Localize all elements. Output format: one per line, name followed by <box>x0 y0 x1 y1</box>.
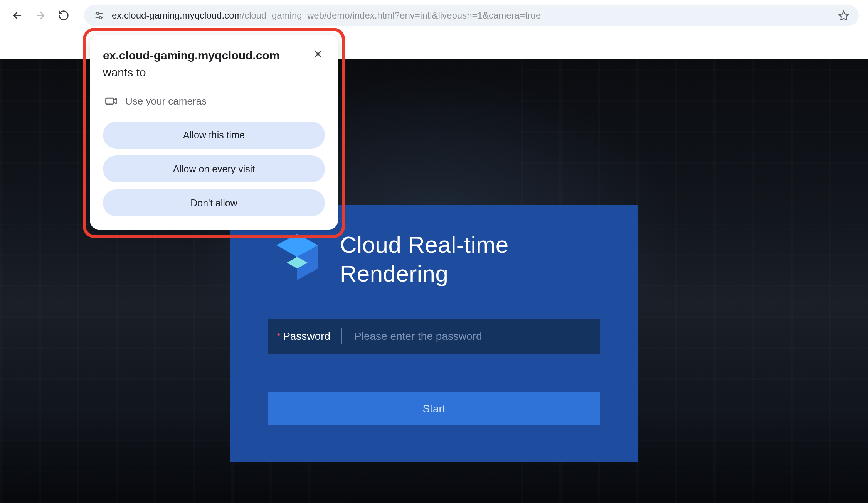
back-button[interactable] <box>9 7 25 24</box>
svg-rect-11 <box>106 98 114 104</box>
panel-title-line2: Rendering <box>340 259 509 288</box>
address-bar[interactable]: ex.cloud-gaming.myqcloud.com/cloud_gamin… <box>84 5 859 26</box>
permission-item-label: Use your cameras <box>125 95 207 107</box>
svg-marker-4 <box>839 11 849 20</box>
permission-item-camera: Use your cameras <box>103 95 325 108</box>
permission-buttons: Allow this time Allow on every visit Don… <box>103 122 325 216</box>
permission-origin: ex.cloud-gaming.myqcloud.com <box>103 49 279 62</box>
reload-button[interactable] <box>56 7 72 24</box>
svg-point-1 <box>97 12 99 14</box>
svg-point-3 <box>99 17 102 19</box>
start-button[interactable]: Start <box>268 392 600 425</box>
deny-button[interactable]: Don't allow <box>103 189 325 216</box>
password-row: * Password <box>268 319 600 354</box>
browser-toolbar: ex.cloud-gaming.myqcloud.com/cloud_gamin… <box>0 0 868 31</box>
login-panel: Cloud Real-time Rendering * Password Sta… <box>230 205 638 462</box>
required-asterisk: * <box>277 331 281 343</box>
permission-highlight-box: ex.cloud-gaming.myqcloud.com wants to Us… <box>83 28 345 238</box>
permission-header: ex.cloud-gaming.myqcloud.com wants to <box>103 47 325 81</box>
site-settings-icon[interactable] <box>93 9 106 22</box>
camera-icon <box>104 95 118 108</box>
password-label: * Password <box>268 328 342 344</box>
permission-suffix: wants to <box>103 66 146 79</box>
forward-button[interactable] <box>32 7 49 24</box>
allow-always-button[interactable]: Allow on every visit <box>103 155 325 182</box>
panel-title-line1: Cloud Real-time <box>340 230 509 259</box>
panel-header: Cloud Real-time Rendering <box>268 230 600 288</box>
url-path: /cloud_gaming_web/demo/index.html?env=in… <box>242 10 541 20</box>
permission-title: ex.cloud-gaming.myqcloud.com wants to <box>103 47 284 81</box>
close-icon[interactable] <box>311 47 325 61</box>
cube-logo-icon <box>268 230 326 288</box>
url-host: ex.cloud-gaming.myqcloud.com <box>112 10 242 20</box>
password-label-text: Password <box>283 330 330 343</box>
svg-marker-12 <box>113 99 116 104</box>
permission-popup: ex.cloud-gaming.myqcloud.com wants to Us… <box>90 35 338 230</box>
panel-title: Cloud Real-time Rendering <box>340 230 509 288</box>
password-input[interactable] <box>354 330 600 343</box>
url-text: ex.cloud-gaming.myqcloud.com/cloud_gamin… <box>112 10 541 21</box>
bookmark-star-icon[interactable] <box>837 9 850 22</box>
allow-once-button[interactable]: Allow this time <box>103 122 325 149</box>
